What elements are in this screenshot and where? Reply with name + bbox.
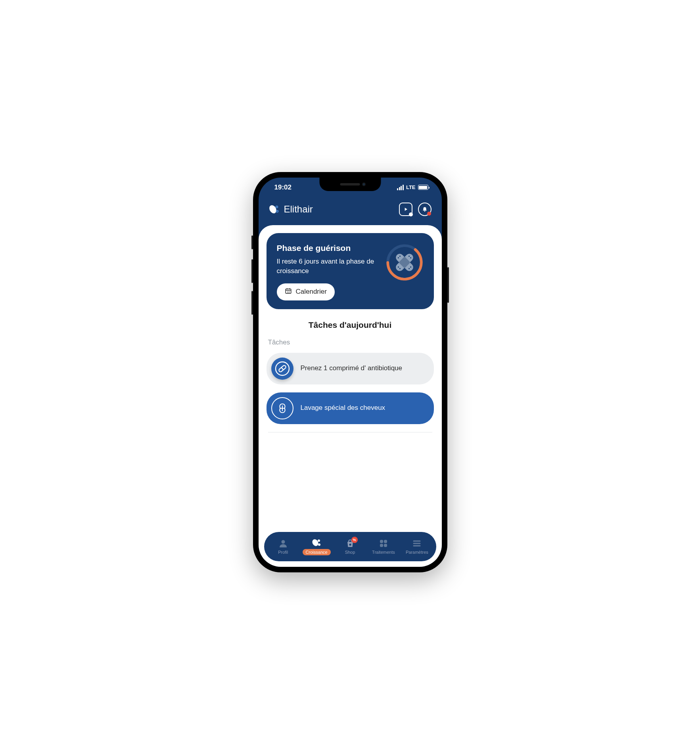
screen: 19:02 LTE [259, 178, 442, 567]
shop-icon: % [345, 538, 355, 549]
bottom-nav: Profil Croissance [264, 532, 436, 561]
svg-rect-37 [380, 544, 383, 547]
svg-line-27 [281, 367, 283, 370]
tasks-heading: Tâches d'aujourd'hui [267, 320, 434, 330]
growth-icon [311, 537, 322, 548]
task-item-hairwash[interactable]: Lavage spécial des cheveux [267, 392, 434, 424]
nav-traitements[interactable]: Traitements [367, 538, 400, 555]
profile-icon [278, 538, 288, 549]
svg-point-32 [318, 539, 320, 542]
svg-point-30 [281, 540, 285, 544]
nav-shop[interactable]: % Shop [333, 538, 366, 555]
tasks-label: Tâches [267, 339, 434, 346]
nav-profil[interactable]: Profil [267, 538, 300, 555]
video-info-dot [409, 212, 413, 216]
nav-label: Profil [278, 550, 288, 555]
volume-down-button [251, 291, 253, 315]
svg-rect-38 [384, 544, 387, 547]
nav-label: Croissance [303, 549, 331, 555]
phase-card: Phase de guérison Il reste 6 jours avant… [267, 233, 434, 309]
treatments-icon [378, 538, 389, 549]
divider [268, 432, 432, 432]
svg-point-3 [276, 206, 277, 207]
svg-text:13: 13 [287, 290, 290, 293]
volume-up-button [251, 259, 253, 283]
nav-parametres[interactable]: Paramètres [400, 538, 433, 555]
signal-icon [397, 185, 404, 190]
notch [319, 178, 381, 191]
phase-title: Phase de guérison [277, 243, 379, 253]
task-text: Lavage spécial des cheveux [301, 404, 385, 413]
phase-subtitle: Il reste 6 jours avant la phase de crois… [277, 257, 379, 276]
app-header: Elithair [259, 197, 442, 225]
nav-label: Paramètres [406, 550, 428, 555]
nav-label: Traitements [372, 550, 395, 555]
svg-point-34 [349, 543, 351, 545]
mute-switch [251, 235, 253, 249]
svg-point-0 [269, 204, 278, 214]
svg-point-4 [276, 210, 277, 211]
task-item-antibiotic[interactable]: Prenez 1 comprimé d' antibiotique [267, 353, 434, 384]
svg-point-33 [318, 543, 320, 546]
hairwash-icon [271, 397, 293, 419]
network-label: LTE [406, 184, 416, 190]
svg-rect-36 [384, 540, 387, 543]
progress-ring [385, 243, 424, 281]
status-time: 19:02 [270, 184, 292, 191]
video-button[interactable] [399, 203, 412, 216]
bandage-icon [389, 247, 419, 277]
calendar-button[interactable]: 13 Calendrier [277, 283, 335, 300]
settings-icon [412, 538, 422, 549]
nav-croissance[interactable]: Croissance [300, 537, 333, 555]
brand-logo-icon [269, 204, 280, 215]
notification-badge [427, 212, 431, 216]
main-content: Phase de guérison Il reste 6 jours avant… [259, 225, 442, 567]
shop-badge: % [351, 537, 358, 543]
svg-rect-35 [380, 540, 383, 543]
calendar-icon: 13 [285, 287, 292, 296]
notifications-button[interactable] [418, 203, 432, 216]
battery-icon [418, 185, 428, 190]
phone-frame: 19:02 LTE [253, 172, 447, 572]
brand-name: Elithair [284, 204, 313, 215]
power-button [447, 267, 449, 303]
nav-label: Shop [345, 550, 355, 555]
calendar-label: Calendrier [296, 288, 327, 296]
task-text: Prenez 1 comprimé d' antibiotique [301, 364, 403, 373]
svg-point-6 [424, 210, 425, 212]
pill-icon [271, 358, 293, 380]
svg-point-31 [312, 538, 320, 547]
svg-marker-5 [405, 208, 407, 211]
brand: Elithair [269, 204, 313, 215]
